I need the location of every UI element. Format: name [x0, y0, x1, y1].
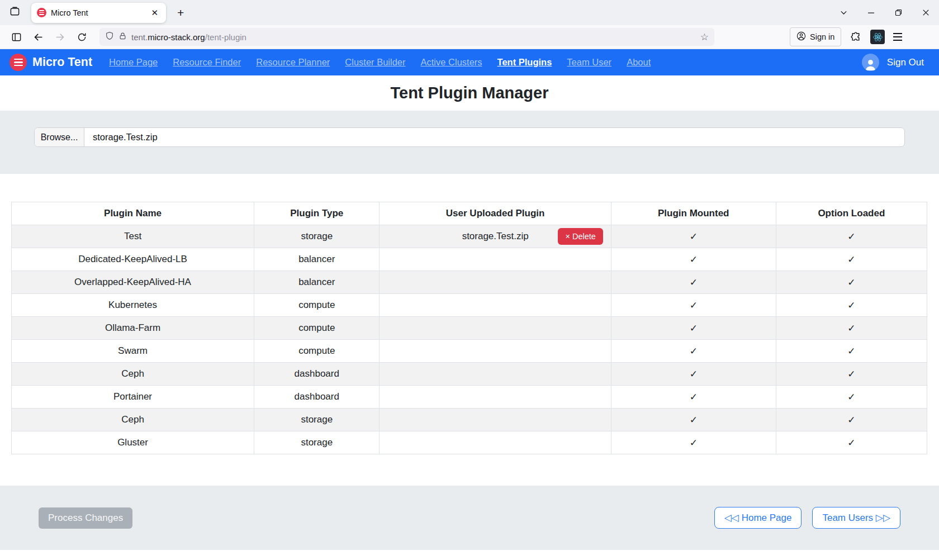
cell-name: Ceph	[12, 363, 254, 386]
team-users-button[interactable]: Team Users ▷▷	[812, 507, 900, 529]
account-icon	[796, 31, 806, 42]
column-header: Plugin Mounted	[611, 202, 776, 225]
cell-loaded: ✓	[776, 225, 927, 248]
cell-name: Gluster	[12, 431, 254, 454]
cell-type: balancer	[254, 248, 380, 271]
cell-uploaded	[380, 409, 611, 431]
cell-mounted: ✓	[611, 271, 776, 294]
cell-loaded: ✓	[776, 386, 927, 409]
cell-name: Dedicated-KeepAlived-LB	[12, 248, 254, 271]
menu-hamburger-icon[interactable]	[892, 33, 903, 40]
table-row: Kubernetescompute✓✓	[12, 294, 927, 317]
cell-uploaded	[380, 317, 611, 340]
nav-links: Home PageResource FinderResource Planner…	[109, 57, 651, 68]
column-header: Plugin Type	[254, 202, 380, 225]
react-devtools-icon[interactable]	[870, 30, 885, 44]
tab-title: Micro Tent	[51, 8, 144, 17]
url-bar[interactable]: tent.micro-stack.org/tent-plugin ☆	[99, 28, 714, 46]
table-row: Glusterstorage✓✓	[12, 431, 927, 454]
firefox-view-button[interactable]	[6, 4, 23, 22]
app-navbar: Micro Tent Home PageResource FinderResou…	[0, 49, 939, 75]
back-button[interactable]	[31, 30, 45, 44]
brand-logo-icon	[10, 54, 27, 71]
delete-button[interactable]: × Delete	[558, 228, 603, 245]
uploaded-filename: storage.Test.zip	[462, 231, 529, 241]
table-header: Plugin NamePlugin TypeUser Uploaded Plug…	[12, 202, 927, 225]
extensions-puzzle-icon[interactable]	[848, 30, 863, 44]
cell-uploaded	[380, 340, 611, 363]
column-header: Plugin Name	[12, 202, 254, 225]
window-restore-button[interactable]	[894, 8, 903, 17]
browser-titlebar: Micro Tent ✕ +	[0, 0, 939, 25]
cell-name: Test	[12, 225, 254, 248]
nav-link-about[interactable]: About	[627, 57, 651, 68]
window-minimize-button[interactable]	[867, 8, 875, 17]
nav-link-resource-planner[interactable]: Resource Planner	[256, 57, 330, 68]
cell-mounted: ✓	[611, 363, 776, 386]
selected-file-name: storage.Test.zip	[84, 128, 158, 146]
reload-button[interactable]	[74, 30, 89, 44]
nav-link-team-user[interactable]: Team User	[567, 57, 611, 68]
bookmark-star-icon[interactable]: ☆	[700, 31, 709, 43]
table-row: Overlapped-KeepAlived-HAbalancer✓✓	[12, 271, 927, 294]
table-row: Dedicated-KeepAlived-LBbalancer✓✓	[12, 248, 927, 271]
footer-actions: Process Changes ◁◁ Home Page Team Users …	[0, 486, 939, 550]
url-subdomain: tent.	[131, 32, 148, 42]
browse-button[interactable]: Browse...	[35, 128, 84, 146]
url-text[interactable]: tent.micro-stack.org/tent-plugin	[131, 32, 696, 42]
cell-uploaded	[380, 248, 611, 271]
cell-type: dashboard	[254, 386, 380, 409]
table-row: Cephdashboard✓✓	[12, 363, 927, 386]
user-avatar-icon[interactable]	[862, 54, 879, 71]
nav-link-resource-finder[interactable]: Resource Finder	[173, 57, 241, 68]
cell-loaded: ✓	[776, 271, 927, 294]
tab-close-icon[interactable]: ✕	[149, 7, 160, 18]
url-domain: micro-stack.org	[148, 32, 205, 42]
home-page-button[interactable]: ◁◁ Home Page	[714, 507, 802, 529]
table-row: Cephstorage✓✓	[12, 409, 927, 431]
cell-loaded: ✓	[776, 431, 927, 454]
shield-icon[interactable]	[105, 31, 114, 42]
nav-link-active-clusters[interactable]: Active Clusters	[421, 57, 482, 68]
cell-mounted: ✓	[611, 317, 776, 340]
nav-link-tent-plugins[interactable]: Tent Plugins	[497, 57, 552, 68]
cell-type: compute	[254, 340, 380, 363]
cell-loaded: ✓	[776, 248, 927, 271]
table-row: Ollama-Farmcompute✓✓	[12, 317, 927, 340]
file-input[interactable]: Browse... storage.Test.zip	[34, 127, 905, 147]
new-tab-button[interactable]: +	[174, 6, 187, 20]
cell-type: storage	[254, 431, 380, 454]
sign-out-link[interactable]: Sign Out	[887, 57, 924, 68]
cell-mounted: ✓	[611, 248, 776, 271]
sidebar-toggle-icon[interactable]	[9, 30, 23, 44]
nav-link-cluster-builder[interactable]: Cluster Builder	[345, 57, 405, 68]
cell-mounted: ✓	[611, 225, 776, 248]
cell-name: Ollama-Farm	[12, 317, 254, 340]
forward-button[interactable]	[53, 30, 67, 44]
cell-name: Overlapped-KeepAlived-HA	[12, 271, 254, 294]
upload-section: Browse... storage.Test.zip	[0, 111, 939, 174]
cell-mounted: ✓	[611, 294, 776, 317]
site-favicon	[37, 8, 46, 17]
firefox-sign-in-button[interactable]: Sign in	[790, 27, 841, 46]
cell-type: storage	[254, 409, 380, 431]
table-row: Swarmcompute✓✓	[12, 340, 927, 363]
cell-mounted: ✓	[611, 431, 776, 454]
window-close-button[interactable]	[922, 8, 930, 17]
cell-loaded: ✓	[776, 409, 927, 431]
process-changes-button[interactable]: Process Changes	[39, 507, 132, 529]
nav-link-home-page[interactable]: Home Page	[109, 57, 158, 68]
table-row: Portainerdashboard✓✓	[12, 386, 927, 409]
cell-uploaded	[380, 294, 611, 317]
cell-uploaded	[380, 431, 611, 454]
cell-type: compute	[254, 317, 380, 340]
lock-icon[interactable]	[118, 32, 127, 42]
cell-type: dashboard	[254, 363, 380, 386]
browser-tab[interactable]: Micro Tent ✕	[31, 3, 166, 23]
cell-name: Portainer	[12, 386, 254, 409]
firefox-view-icon	[10, 6, 20, 19]
brand-link[interactable]: Micro Tent	[10, 54, 92, 71]
table-row: Teststoragestorage.Test.zip× Delete✓✓	[12, 225, 927, 248]
tab-list-chevron-icon[interactable]	[840, 8, 848, 17]
cell-loaded: ✓	[776, 340, 927, 363]
